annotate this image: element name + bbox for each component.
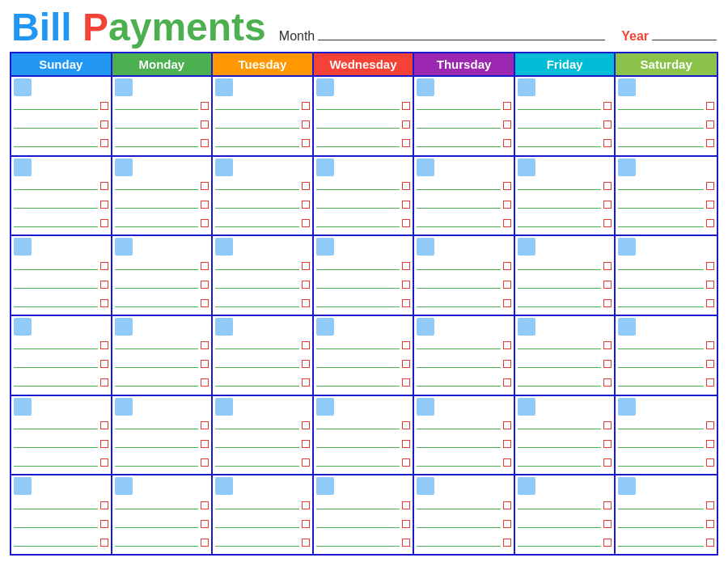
bill-checkbox[interactable] bbox=[706, 201, 714, 209]
bill-text-line[interactable] bbox=[618, 360, 704, 368]
bill-checkbox[interactable] bbox=[100, 421, 108, 429]
bill-checkbox[interactable] bbox=[503, 360, 511, 368]
bill-text-line[interactable] bbox=[618, 440, 704, 448]
bill-checkbox[interactable] bbox=[603, 182, 612, 190]
bill-text-line[interactable] bbox=[316, 440, 400, 448]
bill-checkbox[interactable] bbox=[302, 201, 310, 209]
bill-text-line[interactable] bbox=[417, 520, 501, 528]
bill-checkbox[interactable] bbox=[302, 120, 310, 129]
bill-text-line[interactable] bbox=[316, 299, 400, 307]
bill-text-line[interactable] bbox=[316, 120, 400, 129]
bill-text-line[interactable] bbox=[316, 378, 400, 387]
bill-text-line[interactable] bbox=[215, 440, 299, 448]
bill-checkbox[interactable] bbox=[201, 421, 209, 429]
bill-text-line[interactable] bbox=[316, 102, 400, 110]
bill-text-line[interactable] bbox=[518, 262, 602, 270]
bill-checkbox[interactable] bbox=[201, 120, 209, 129]
bill-checkbox[interactable] bbox=[603, 360, 612, 368]
bill-text-line[interactable] bbox=[14, 458, 98, 467]
bill-text-line[interactable] bbox=[215, 139, 299, 147]
bill-checkbox[interactable] bbox=[201, 262, 209, 270]
bill-text-line[interactable] bbox=[417, 539, 501, 547]
bill-checkbox[interactable] bbox=[402, 219, 410, 227]
bill-checkbox[interactable] bbox=[706, 501, 714, 509]
bill-text-line[interactable] bbox=[215, 299, 299, 307]
bill-text-line[interactable] bbox=[618, 182, 704, 190]
bill-text-line[interactable] bbox=[618, 219, 704, 227]
bill-checkbox[interactable] bbox=[402, 201, 410, 209]
bill-checkbox[interactable] bbox=[402, 458, 410, 467]
bill-text-line[interactable] bbox=[115, 299, 199, 307]
bill-checkbox[interactable] bbox=[503, 120, 511, 129]
bill-checkbox[interactable] bbox=[603, 299, 612, 307]
bill-checkbox[interactable] bbox=[302, 458, 310, 467]
bill-checkbox[interactable] bbox=[100, 102, 108, 110]
bill-text-line[interactable] bbox=[618, 378, 704, 387]
bill-text-line[interactable] bbox=[518, 539, 602, 547]
bill-text-line[interactable] bbox=[417, 120, 501, 129]
bill-checkbox[interactable] bbox=[503, 341, 511, 349]
bill-text-line[interactable] bbox=[518, 281, 602, 289]
bill-text-line[interactable] bbox=[115, 458, 199, 467]
bill-checkbox[interactable] bbox=[603, 281, 612, 289]
bill-text-line[interactable] bbox=[316, 182, 400, 190]
bill-text-line[interactable] bbox=[417, 421, 501, 429]
bill-checkbox[interactable] bbox=[100, 182, 108, 190]
bill-text-line[interactable] bbox=[518, 102, 602, 110]
bill-checkbox[interactable] bbox=[100, 440, 108, 448]
bill-text-line[interactable] bbox=[316, 458, 400, 467]
bill-text-line[interactable] bbox=[618, 299, 704, 307]
bill-checkbox[interactable] bbox=[100, 120, 108, 129]
bill-text-line[interactable] bbox=[417, 501, 501, 509]
bill-text-line[interactable] bbox=[215, 458, 299, 467]
bill-checkbox[interactable] bbox=[201, 458, 209, 467]
bill-text-line[interactable] bbox=[316, 421, 400, 429]
bill-checkbox[interactable] bbox=[402, 520, 410, 528]
bill-text-line[interactable] bbox=[215, 539, 299, 547]
bill-text-line[interactable] bbox=[618, 501, 704, 509]
bill-checkbox[interactable] bbox=[706, 440, 714, 448]
bill-checkbox[interactable] bbox=[201, 299, 209, 307]
bill-text-line[interactable] bbox=[115, 102, 199, 110]
bill-checkbox[interactable] bbox=[402, 262, 410, 270]
bill-checkbox[interactable] bbox=[603, 458, 612, 467]
bill-checkbox[interactable] bbox=[100, 341, 108, 349]
bill-checkbox[interactable] bbox=[603, 120, 612, 129]
bill-checkbox[interactable] bbox=[201, 219, 209, 227]
bill-checkbox[interactable] bbox=[706, 262, 714, 270]
bill-checkbox[interactable] bbox=[603, 501, 612, 509]
bill-text-line[interactable] bbox=[417, 201, 501, 209]
bill-checkbox[interactable] bbox=[706, 102, 714, 110]
bill-checkbox[interactable] bbox=[503, 458, 511, 467]
bill-checkbox[interactable] bbox=[706, 299, 714, 307]
bill-text-line[interactable] bbox=[618, 341, 704, 349]
bill-checkbox[interactable] bbox=[603, 102, 612, 110]
bill-checkbox[interactable] bbox=[100, 539, 108, 547]
bill-checkbox[interactable] bbox=[100, 501, 108, 509]
bill-text-line[interactable] bbox=[14, 120, 98, 129]
bill-text-line[interactable] bbox=[14, 539, 98, 547]
bill-checkbox[interactable] bbox=[302, 378, 310, 387]
bill-text-line[interactable] bbox=[215, 182, 299, 190]
year-line[interactable] bbox=[652, 40, 717, 40]
bill-text-line[interactable] bbox=[618, 201, 704, 209]
bill-checkbox[interactable] bbox=[201, 281, 209, 289]
bill-text-line[interactable] bbox=[215, 360, 299, 368]
bill-checkbox[interactable] bbox=[503, 139, 511, 147]
bill-checkbox[interactable] bbox=[100, 219, 108, 227]
bill-text-line[interactable] bbox=[115, 501, 199, 509]
bill-checkbox[interactable] bbox=[706, 182, 714, 190]
bill-text-line[interactable] bbox=[518, 440, 602, 448]
bill-checkbox[interactable] bbox=[603, 201, 612, 209]
bill-text-line[interactable] bbox=[14, 201, 98, 209]
bill-checkbox[interactable] bbox=[603, 341, 612, 349]
bill-text-line[interactable] bbox=[618, 458, 704, 467]
bill-text-line[interactable] bbox=[316, 360, 400, 368]
bill-text-line[interactable] bbox=[618, 421, 704, 429]
bill-text-line[interactable] bbox=[215, 501, 299, 509]
bill-text-line[interactable] bbox=[618, 281, 704, 289]
bill-text-line[interactable] bbox=[115, 440, 199, 448]
bill-text-line[interactable] bbox=[518, 360, 602, 368]
bill-checkbox[interactable] bbox=[402, 440, 410, 448]
bill-text-line[interactable] bbox=[417, 299, 501, 307]
